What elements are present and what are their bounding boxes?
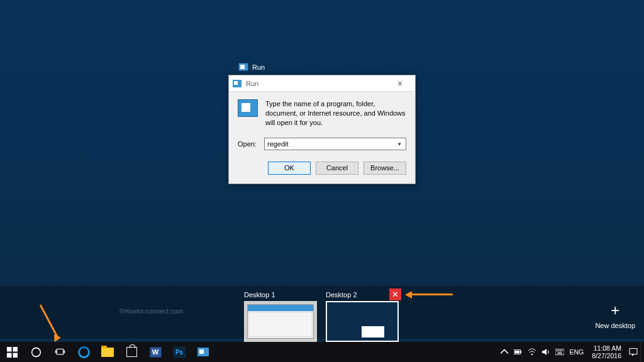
store-icon: [126, 347, 137, 357]
word-icon: W: [150, 347, 162, 358]
svg-rect-16: [561, 350, 562, 351]
svg-rect-18: [630, 349, 637, 354]
svg-rect-6: [55, 350, 56, 353]
cortana-button[interactable]: [24, 342, 48, 362]
svg-rect-9: [520, 351, 521, 353]
notification-icon: [629, 348, 638, 356]
svg-rect-13: [556, 350, 557, 351]
wifi-icon: [528, 348, 536, 356]
close-icon: ✕: [392, 290, 399, 299]
battery-icon: [514, 348, 523, 356]
cortana-icon: [31, 347, 42, 358]
new-desktop-label: New desktop: [595, 322, 635, 329]
annotation-arrow-close: [405, 292, 453, 297]
svg-rect-15: [560, 350, 561, 351]
clock-date: 8/27/2016: [592, 352, 621, 359]
cancel-button[interactable]: Cancel: [316, 162, 358, 175]
svg-rect-7: [64, 350, 65, 353]
open-label: Open:: [238, 140, 257, 148]
close-desktop-button[interactable]: ✕: [389, 288, 401, 300]
svg-point-11: [531, 354, 532, 355]
edge-button[interactable]: [72, 342, 96, 362]
svg-rect-0: [7, 347, 11, 351]
watermark-text: ©Howto-connect.com: [119, 308, 183, 315]
folder-icon: [101, 348, 114, 357]
show-desktop-button[interactable]: [640, 342, 644, 362]
file-explorer-button[interactable]: [96, 342, 119, 362]
clock-time: 11:08 AM: [592, 344, 621, 352]
ok-button[interactable]: OK: [268, 162, 311, 175]
chevron-up-icon: [500, 348, 509, 356]
thumbnail-preview-run: [362, 326, 384, 337]
run-dialog: Run × Type the name of a program, folder…: [228, 75, 416, 184]
svg-rect-2: [7, 353, 11, 357]
keyboard-icon: [555, 348, 564, 356]
plus-icon: +: [595, 303, 635, 318]
action-center-button[interactable]: [626, 342, 640, 362]
taskbar: W Ps ENG 11:08 AM 8/27/2016: [0, 342, 644, 362]
run-dialog-icon: [238, 99, 258, 117]
virtual-desktop-2[interactable]: Desktop 2: [326, 291, 399, 342]
svg-point-4: [31, 348, 40, 356]
svg-rect-10: [514, 351, 519, 353]
open-input[interactable]: [267, 140, 396, 148]
run-description: Type the name of a program, folder, docu…: [265, 99, 406, 128]
taskview-strip: [0, 286, 644, 339]
tray-chevron-button[interactable]: [497, 342, 511, 362]
edge-icon: [78, 346, 90, 358]
start-button[interactable]: [0, 342, 24, 362]
tray-keyboard-button[interactable]: [553, 342, 567, 362]
svg-rect-3: [13, 353, 17, 357]
taskview-button[interactable]: [48, 342, 72, 362]
virtual-desktop-1[interactable]: Desktop 1: [244, 291, 317, 342]
run-app-icon: [197, 348, 209, 356]
word-button[interactable]: W: [143, 342, 167, 362]
taskview-window-label: Run: [238, 63, 265, 71]
svg-rect-14: [558, 350, 559, 351]
language-indicator[interactable]: ENG: [567, 348, 587, 356]
tray-volume-button[interactable]: [539, 342, 553, 362]
new-desktop-button[interactable]: + New desktop: [595, 303, 635, 329]
photoshop-icon: Ps: [174, 347, 186, 358]
volume-icon: [541, 348, 550, 356]
photoshop-button[interactable]: Ps: [167, 342, 191, 362]
tray-battery-button[interactable]: [511, 342, 525, 362]
run-label-text: Run: [252, 63, 265, 71]
clock-button[interactable]: 11:08 AM 8/27/2016: [587, 344, 626, 359]
svg-rect-1: [13, 347, 17, 351]
svg-rect-5: [57, 349, 63, 354]
thumbnail-preview-window: [247, 304, 314, 339]
svg-rect-12: [555, 349, 564, 355]
close-icon[interactable]: ×: [389, 75, 411, 91]
virtual-desktop-thumbnail[interactable]: [326, 301, 399, 342]
chevron-down-icon[interactable]: ▾: [396, 141, 403, 147]
run-titlebar[interactable]: Run ×: [229, 75, 415, 92]
run-titlebar-icon: [233, 80, 242, 87]
open-combobox[interactable]: ▾: [264, 138, 406, 150]
run-small-icon: [238, 63, 248, 71]
windows-icon: [7, 347, 18, 358]
browse-button[interactable]: Browse...: [364, 162, 406, 175]
run-title-text: Run: [246, 80, 389, 87]
store-button[interactable]: [119, 342, 143, 362]
run-app-button[interactable]: [191, 342, 215, 362]
virtual-desktop-thumbnail[interactable]: [244, 301, 317, 342]
tray-network-button[interactable]: [525, 342, 539, 362]
taskview-icon: [55, 347, 65, 358]
svg-rect-17: [557, 353, 562, 354]
virtual-desktop-label: Desktop 2: [326, 291, 399, 299]
virtual-desktop-label: Desktop 1: [244, 291, 317, 299]
